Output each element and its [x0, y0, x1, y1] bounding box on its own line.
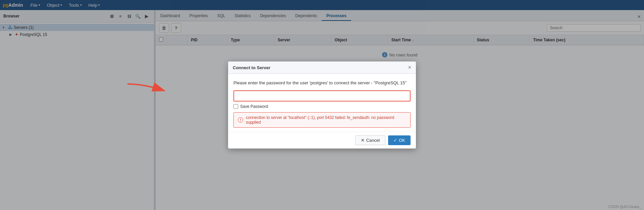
- password-input[interactable]: [233, 90, 411, 101]
- modal-overlay: Connect to Server × Please enter the pas…: [0, 0, 644, 210]
- save-password-label: Save Password: [240, 104, 268, 109]
- error-box: ! connection to server at "localhost" (:…: [233, 112, 411, 128]
- connect-to-server-modal: Connect to Server × Please enter the pas…: [228, 61, 416, 148]
- modal-footer: ✕ Cancel ✓ OK: [228, 132, 416, 149]
- error-message-text: connection to server at "localhost" (::1…: [246, 115, 406, 125]
- modal-close-button[interactable]: ×: [408, 65, 411, 70]
- cancel-button[interactable]: ✕ Cancel: [355, 135, 385, 145]
- modal-body: Please enter the password for the user '…: [228, 74, 416, 131]
- save-password-checkbox[interactable]: [233, 104, 238, 109]
- save-password-row: Save Password: [233, 104, 411, 109]
- error-icon: !: [238, 117, 243, 123]
- cancel-x-icon: ✕: [361, 138, 365, 143]
- modal-header: Connect to Server ×: [228, 61, 416, 74]
- ok-button[interactable]: ✓ OK: [388, 135, 411, 145]
- ok-check-icon: ✓: [393, 138, 397, 143]
- modal-prompt-text: Please enter the password for the user '…: [233, 80, 411, 86]
- modal-title: Connect to Server: [233, 65, 270, 70]
